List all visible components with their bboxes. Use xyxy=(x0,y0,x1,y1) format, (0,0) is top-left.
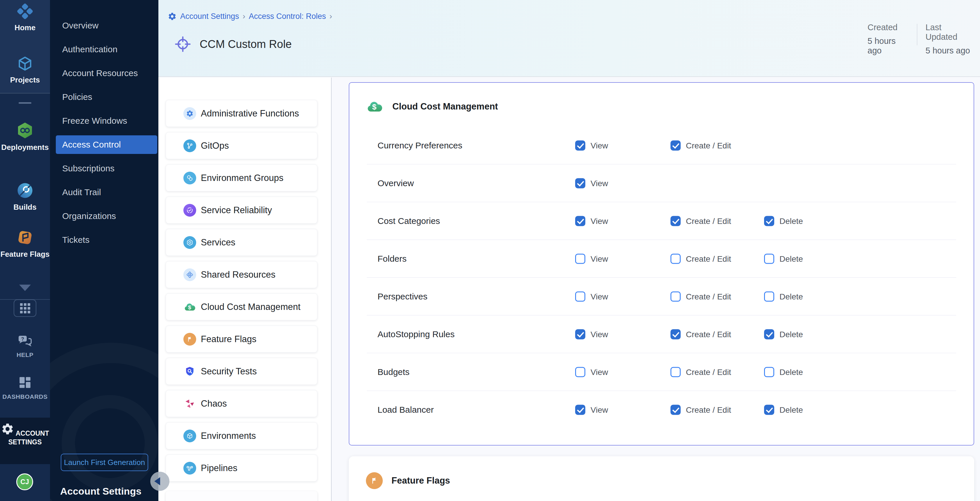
user-avatar[interactable]: CJ xyxy=(16,473,33,490)
category-label: Service Reliability xyxy=(201,205,272,216)
sidebar-item-projects[interactable]: Projects xyxy=(0,55,50,84)
permission-row-folders: Folders View Create / Edit Delete xyxy=(349,240,974,277)
checkbox-label: Create / Edit xyxy=(686,368,731,377)
view-checkbox[interactable] xyxy=(575,292,585,302)
checkbox-label: Create / Edit xyxy=(686,216,731,226)
permission-row-label: Cost Categories xyxy=(377,216,440,226)
settings-nav-subscriptions[interactable]: Subscriptions xyxy=(56,159,157,178)
sidebar-item-label: Projects xyxy=(0,76,50,84)
view-checkbox[interactable] xyxy=(575,254,585,264)
checkbox-label: View xyxy=(590,292,608,301)
create-edit-checkbox[interactable] xyxy=(670,367,681,377)
create-edit-checkbox[interactable] xyxy=(670,405,681,415)
settings-nav-tickets[interactable]: Tickets xyxy=(56,231,157,249)
category-services[interactable]: Services xyxy=(165,229,317,256)
breadcrumb: Account Settings › Access Control: Roles… xyxy=(168,12,332,21)
resource-category-list: Administrative Functions GitOps xyxy=(158,78,332,501)
breadcrumb-account-settings[interactable]: Account Settings xyxy=(180,12,239,21)
delete-checkbox[interactable] xyxy=(764,254,774,264)
delete-checkbox[interactable] xyxy=(764,329,774,339)
create-edit-checkbox[interactable] xyxy=(670,254,681,264)
permission-row-perspectives: Perspectives View Create / Edit Delete xyxy=(349,277,974,316)
checkbox-label: View xyxy=(590,330,608,339)
delete-checkbox[interactable] xyxy=(764,216,774,226)
settings-nav-access-control[interactable]: Access Control xyxy=(56,135,157,154)
settings-nav-audit-trail[interactable]: Audit Trail xyxy=(56,183,157,201)
view-checkbox[interactable] xyxy=(575,141,585,151)
category-shared-resources[interactable]: Shared Resources xyxy=(165,261,317,288)
checkbox-label: View xyxy=(590,179,608,188)
view-checkbox[interactable] xyxy=(575,405,585,415)
category-chaos[interactable]: Chaos xyxy=(165,390,317,417)
category-label: Shared Resources xyxy=(201,270,275,280)
create-edit-checkbox[interactable] xyxy=(670,216,681,226)
category-environments[interactable]: Environments xyxy=(165,422,317,449)
sidebar-item-home[interactable]: Home xyxy=(0,3,50,32)
view-checkbox[interactable] xyxy=(575,216,585,226)
checkbox-label: Create / Edit xyxy=(686,330,731,339)
module-grid-button[interactable] xyxy=(14,300,36,317)
sidebar-item-feature-flags[interactable]: Feature Flags xyxy=(0,229,50,259)
svg-text:$: $ xyxy=(188,304,191,310)
modules-expand-caret-icon[interactable] xyxy=(19,285,31,291)
view-checkbox[interactable] xyxy=(575,178,585,189)
dashboards-grid-icon xyxy=(18,375,32,391)
reliability-icon xyxy=(183,204,196,217)
settings-nav-freeze-windows[interactable]: Freeze Windows xyxy=(56,111,157,130)
feature-flags-permissions-panel: Feature Flags xyxy=(349,456,974,501)
sidebar-item-deployments[interactable]: Deployments xyxy=(0,121,50,152)
git-branch-icon xyxy=(183,140,196,152)
permission-row-label: Folders xyxy=(377,254,407,264)
sidebar-item-label: Feature Flags xyxy=(0,250,50,259)
category-environment-groups[interactable]: Environment Groups xyxy=(165,164,317,192)
create-edit-checkbox[interactable] xyxy=(670,292,681,302)
permission-row-label: Overview xyxy=(377,178,414,188)
settings-nav-organizations[interactable]: Organizations xyxy=(56,207,157,225)
view-checkbox[interactable] xyxy=(575,367,585,377)
sidebar-item-dashboards[interactable]: DASHBOARDS xyxy=(0,375,50,400)
create-edit-checkbox[interactable] xyxy=(670,329,681,339)
ccm-permissions-panel: $ Cloud Cost Management Currency Prefere… xyxy=(349,82,974,446)
category-label: Cloud Cost Management xyxy=(201,302,301,312)
settings-nav-overview[interactable]: Overview xyxy=(56,16,157,35)
sidebar-item-help[interactable]: ? HELP xyxy=(0,334,50,358)
category-cloud-cost-management[interactable]: $ Cloud Cost Management xyxy=(165,293,317,320)
category-gitops[interactable]: GitOps xyxy=(165,132,317,159)
launch-first-generation-button[interactable]: Launch First Generation xyxy=(61,453,148,471)
role-target-icon xyxy=(174,35,191,53)
permission-row-load-balancer: Load Balancer View Create / Edit Delete xyxy=(349,391,974,429)
settings-sidebar: Overview Authentication Account Resource… xyxy=(50,0,158,501)
delete-checkbox[interactable] xyxy=(764,405,774,415)
view-checkbox[interactable] xyxy=(575,329,585,339)
sidebar-item-label-line2: SETTINGS xyxy=(8,438,41,446)
checkbox-label: View xyxy=(590,216,608,226)
home-icon xyxy=(17,3,33,21)
category-service-reliability[interactable]: Service Reliability xyxy=(165,197,317,224)
checkbox-label: View xyxy=(590,141,608,150)
category-administrative-functions[interactable]: Administrative Functions xyxy=(165,100,317,127)
delete-checkbox[interactable] xyxy=(764,367,774,377)
admin-gear-icon xyxy=(183,107,196,120)
category-feature-flags[interactable]: Feature Flags xyxy=(165,326,317,353)
feature-flags-icon xyxy=(16,229,34,247)
sidebar-separator-dash xyxy=(19,102,32,104)
category-label: Chaos xyxy=(201,398,227,409)
category-security-tests[interactable]: Security Tests xyxy=(165,358,317,385)
sidebar-item-account-settings[interactable]: ACCOUNT SETTINGS xyxy=(0,418,50,464)
breadcrumb-separator: › xyxy=(243,12,245,21)
sidebar-item-label-line1: ACCOUNT xyxy=(16,430,49,437)
apps-grid-icon xyxy=(20,303,30,313)
panel-section-title: Feature Flags xyxy=(391,476,450,486)
sidebar-item-builds[interactable]: Builds xyxy=(0,182,50,212)
sidebar-collapse-button[interactable] xyxy=(150,472,169,491)
breadcrumb-access-control-roles[interactable]: Access Control: Roles xyxy=(249,12,326,21)
create-edit-checkbox[interactable] xyxy=(670,141,681,151)
projects-cube-icon xyxy=(17,55,33,73)
settings-nav-authentication[interactable]: Authentication xyxy=(56,40,157,59)
checkbox-label: Create / Edit xyxy=(686,292,731,301)
category-pipelines[interactable]: Pipelines xyxy=(165,455,317,482)
settings-nav-account-resources[interactable]: Account Resources xyxy=(56,64,157,82)
delete-checkbox[interactable] xyxy=(764,292,774,302)
meta-divider xyxy=(917,24,918,45)
settings-nav-policies[interactable]: Policies xyxy=(56,88,157,106)
